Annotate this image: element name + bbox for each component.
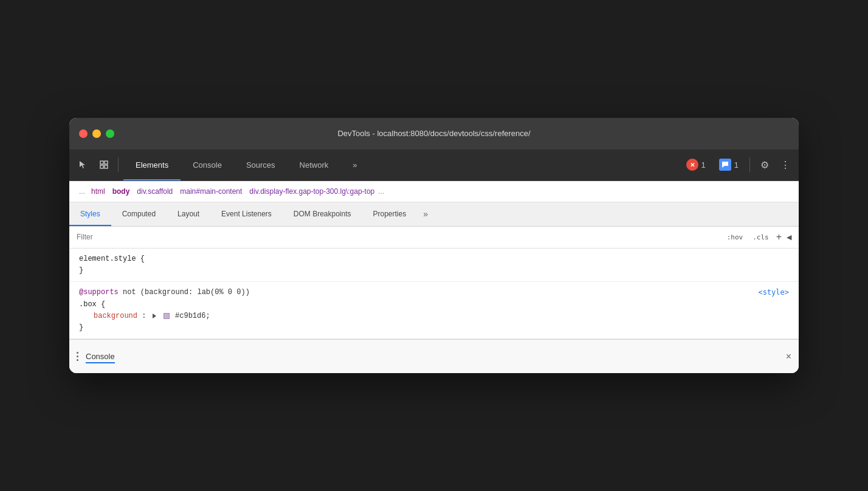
css-source-link[interactable]: <style> [758,287,789,298]
svg-rect-2 [100,165,103,168]
tab-sources[interactable]: Sources [234,149,288,180]
console-menu-icon[interactable] [77,352,78,361]
filter-bar: :hov .cls + ◀ [69,227,799,249]
css-at-rule-line: @supports not (background: lab(0% 0 0)) [79,287,789,298]
css-selector-line: .box { [79,299,789,311]
css-property-name: background [94,312,137,320]
breadcrumb-more-left[interactable]: ... [77,186,88,197]
comment-icon [719,159,731,171]
cursor-icon[interactable] [74,156,92,174]
toggle-panel-icon[interactable]: ◀ [787,233,791,241]
breadcrumb-main[interactable]: main#main-content [179,186,243,197]
css-selector-text: element.style { [79,255,145,263]
panel-tab-computed[interactable]: Computed [111,202,167,226]
error-badge-button[interactable]: ✕ 1 [681,156,711,173]
add-rule-button[interactable]: + [776,232,782,242]
more-options-icon[interactable]: ⋮ [777,156,794,173]
main-tabs: Elements Console Sources Network » [123,149,679,180]
expand-arrow-icon[interactable] [153,314,156,318]
console-panel: Console × [69,339,799,373]
breadcrumb-html[interactable]: html [90,186,106,197]
panel-tab-layout[interactable]: Layout [167,202,210,226]
comment-badge-button[interactable]: 1 [714,156,743,173]
comment-count: 1 [734,160,739,170]
console-tab-label[interactable]: Console [86,352,115,361]
traffic-lights [79,129,114,138]
tab-elements[interactable]: Elements [123,149,181,180]
css-color-value: #c9b1d6; [175,312,210,320]
hov-button[interactable]: :hov [725,232,746,242]
layers-icon[interactable] [95,156,113,174]
color-swatch[interactable] [164,313,170,319]
titlebar: DevTools - localhost:8080/docs/devtools/… [69,118,799,149]
css-close-brace: } [79,323,83,332]
filter-input[interactable] [77,233,725,241]
toolbar-divider [118,157,119,172]
toolbar-right: ✕ 1 1 ⚙ ⋮ [681,156,794,173]
devtools-window: DevTools - localhost:8080/docs/devtools/… [69,118,799,373]
svg-rect-3 [105,165,108,168]
panel-tabs: Styles Computed Layout Event Listeners D… [69,202,799,227]
panel-tab-properties[interactable]: Properties [362,202,418,226]
css-block-element-style: element.style { } [69,249,799,282]
css-colon: : [142,312,150,320]
filter-actions: :hov .cls + ◀ [725,232,791,242]
main-toolbar: Elements Console Sources Network » ✕ 1 [69,149,799,181]
tab-network[interactable]: Network [288,149,341,180]
css-block-supports: @supports not (background: lab(0% 0 0)) … [69,282,799,339]
breadcrumb-div-display[interactable]: div.display-flex.gap-top-300.lg\:gap-top [248,186,376,197]
css-line-close: } [79,265,789,276]
tab-more[interactable]: » [340,149,369,180]
close-button[interactable] [79,129,88,138]
maximize-button[interactable] [106,129,114,138]
css-area: element.style { } @supports not (backgro… [69,249,799,339]
svg-rect-0 [100,161,103,164]
settings-icon[interactable]: ⚙ [756,156,773,173]
breadcrumb-more-right[interactable]: ... [378,187,384,196]
css-class-selector: .box { [79,300,105,309]
css-brace-close: } [79,266,83,275]
panel-tab-event-listeners[interactable]: Event Listeners [210,202,283,226]
panel-tab-styles[interactable]: Styles [69,202,111,226]
css-close-line: } [79,322,789,334]
tab-console[interactable]: Console [181,149,234,180]
css-at-keyword: @supports [79,288,119,297]
panel-tab-more[interactable]: » [417,202,434,226]
error-count: 1 [701,160,706,170]
svg-rect-1 [105,161,108,164]
cls-button[interactable]: .cls [750,232,771,242]
console-close-button[interactable]: × [786,352,791,362]
toolbar-divider-2 [749,157,750,172]
main-content: ... html body div.scaffold main#main-con… [69,181,799,373]
css-line-selector: element.style { [79,253,789,265]
panel-tab-dom-breakpoints[interactable]: DOM Breakpoints [283,202,362,226]
window-title: DevTools - localhost:8080/docs/devtools/… [337,129,530,138]
minimize-button[interactable] [92,129,101,138]
breadcrumb-body[interactable]: body [111,186,131,197]
error-icon: ✕ [686,159,698,171]
breadcrumb-bar: ... html body div.scaffold main#main-con… [69,181,799,202]
breadcrumb-div-scaffold[interactable]: div.scaffold [136,186,174,197]
css-property-line[interactable]: background : #c9b1d6; [79,311,789,322]
css-at-text: not (background: lab(0% 0 0)) [123,288,250,297]
